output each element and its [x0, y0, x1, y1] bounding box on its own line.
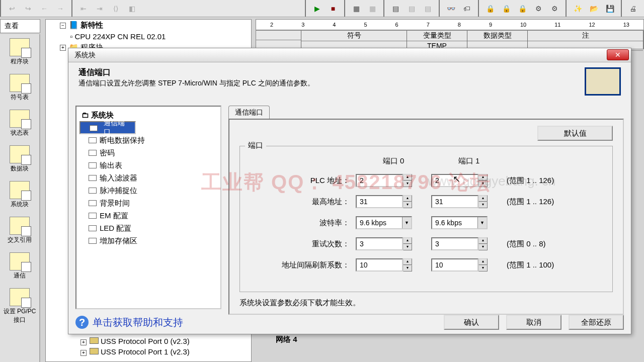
forward-icon[interactable]: ↪ [21, 2, 35, 16]
tree-pulse-catch[interactable]: 脉冲捕捉位 [79, 185, 217, 197]
nav-cross-ref[interactable]: 交叉引用 [0, 213, 39, 248]
dialog-header-icon [585, 67, 621, 96]
end-icon[interactable]: ◧ [125, 2, 139, 16]
port1-header: 端口 1 [431, 156, 507, 166]
baud-port1[interactable]: 9.6 kbps▼ [431, 216, 488, 229]
save-icon[interactable]: 💾 [603, 2, 617, 16]
gear2-icon[interactable]: ⚙ [547, 2, 561, 16]
lock3-icon[interactable]: 🔒 [515, 2, 529, 16]
dialog-titlebar[interactable]: 系统块 ✕ [68, 48, 631, 62]
spin-up-icon[interactable]: ▲ [403, 237, 412, 244]
gap-port0[interactable]: ▲▼ [356, 258, 431, 272]
tree-led-config[interactable]: LED 配置 [79, 222, 217, 235]
system-block-dialog: 系统块 ✕ 通信端口 通信端口设置允许您调整 STEP 7-Micro/WIN … [68, 48, 631, 334]
nav-program-block[interactable]: 程序块 [0, 34, 39, 70]
gap-label: 地址间隔刷新系数： [250, 260, 356, 270]
monitor2-icon[interactable]: ▦ [365, 2, 379, 16]
port0-header: 端口 0 [356, 156, 431, 166]
spin-up-icon[interactable]: ▲ [403, 195, 412, 202]
back-icon[interactable]: ↩ [5, 2, 19, 16]
spin-down-icon[interactable]: ▼ [478, 202, 488, 208]
max-addr-port1[interactable]: ▲▼ [431, 195, 507, 208]
baud-port0[interactable]: 9.6 kbps▼ [356, 216, 412, 229]
open-icon[interactable]: 📂 [587, 2, 601, 16]
nav-data-block[interactable]: 数据块 [0, 141, 39, 177]
port-fieldset: 端口 端口 0 端口 1 PLC 地址： ▲▼ ▲▼ (范围 1 .. 126)… [239, 146, 613, 292]
defaults-button[interactable]: 默认值 [537, 126, 613, 141]
plc-addr-port1[interactable]: ▲▼ [431, 174, 507, 187]
spin-up-icon[interactable]: ▲ [403, 258, 412, 265]
main-toolbar: ↩ ↪ ← → ⇤ ⇥ ⟨⟩ ◧ ▶ ■ ▦ ▦ ▤ ▤ ▤ 👓 🏷 🔒 🔒 🔒… [0, 0, 644, 17]
print-icon[interactable]: 🖨 [626, 2, 640, 16]
help-link[interactable]: ? 单击获取帮助和支持 [75, 316, 183, 329]
spin-up-icon[interactable]: ▲ [478, 237, 488, 244]
prev-icon[interactable]: ← [37, 2, 51, 16]
lock1-icon[interactable]: 🔒 [483, 2, 497, 16]
insert-right-icon[interactable]: ⇥ [93, 2, 107, 16]
max-addr-port0[interactable]: ▲▼ [356, 195, 431, 208]
tree-memory[interactable]: 增加存储区 [79, 235, 217, 247]
chevron-down-icon[interactable]: ▼ [477, 217, 487, 228]
data-block-icon [10, 145, 30, 163]
nav-symbol-table[interactable]: 符号表 [0, 70, 39, 106]
insert-left-icon[interactable]: ⇤ [76, 2, 91, 16]
next-icon[interactable]: → [53, 2, 67, 16]
tree-input-filter[interactable]: 输入滤波器 [79, 172, 217, 185]
cross-ref-icon [10, 217, 30, 235]
retry-port1[interactable]: ▲▼ [431, 237, 507, 250]
chart3-icon[interactable]: ▤ [421, 2, 435, 16]
tree-em-config[interactable]: EM 配置 [79, 210, 217, 222]
tree-output-table[interactable]: 输出表 [79, 159, 217, 172]
close-button[interactable]: ✕ [607, 49, 629, 60]
chart1-icon[interactable]: ▤ [388, 2, 403, 16]
spin-down-icon[interactable]: ▼ [403, 265, 412, 272]
spin-down-icon[interactable]: ▼ [478, 180, 488, 187]
spin-up-icon[interactable]: ▲ [403, 174, 412, 180]
spin-down-icon[interactable]: ▼ [478, 244, 488, 250]
system-block-icon [10, 181, 30, 199]
gear1-icon[interactable]: ⚙ [531, 2, 545, 16]
spin-down-icon[interactable]: ▼ [403, 180, 412, 187]
symbol-table-icon [10, 74, 30, 92]
monitor-icon[interactable]: ▦ [349, 2, 363, 16]
dialog-nav-tree[interactable]: 🗀 系统块 通信端口 断电数据保持 密码 输出表 输入滤波器 脉冲捕捉位 背景时… [75, 106, 221, 309]
tree-retentive[interactable]: 断电数据保持 [79, 134, 217, 147]
spin-down-icon[interactable]: ▼ [403, 202, 412, 208]
lock2-icon[interactable]: 🔒 [499, 2, 513, 16]
tab-comm-port[interactable]: 通信端口 [228, 106, 270, 119]
spin-down-icon[interactable]: ▼ [478, 265, 488, 272]
spin-up-icon[interactable]: ▲ [478, 258, 488, 265]
spin-down-icon[interactable]: ▼ [403, 244, 412, 250]
tag-icon[interactable]: 🏷 [460, 2, 474, 16]
plc-addr-label: PLC 地址： [250, 176, 356, 186]
find-icon[interactable]: 👓 [444, 2, 458, 16]
gap-port1[interactable]: ▲▼ [431, 258, 507, 272]
plc-addr-port0[interactable]: ▲▼ [356, 174, 431, 187]
spin-up-icon[interactable]: ▲ [478, 195, 488, 202]
library-tree[interactable]: +USS Protocol Port 0 (v2.3) +USS Protoco… [80, 336, 190, 357]
spin-up-icon[interactable]: ▲ [478, 174, 488, 180]
dialog-desc: 通信端口设置允许您调整 STEP 7-Micro/WIN 与指定 PLC 之间的… [78, 79, 575, 88]
new-icon[interactable]: ✨ [571, 2, 585, 16]
nav-system-block[interactable]: 系统块 [0, 177, 39, 213]
retry-port0[interactable]: ▲▼ [356, 237, 431, 250]
tree-bg-time[interactable]: 背景时间 [79, 197, 217, 210]
cancel-button[interactable]: 取消 [506, 315, 561, 330]
nav-comm[interactable]: 通信 [0, 248, 39, 284]
nav-pgpc[interactable]: 设置 PG/PC 接口 [0, 284, 39, 328]
nav-status-table[interactable]: 状态表 [0, 106, 39, 141]
restore-all-button[interactable]: 全部还原 [569, 315, 624, 330]
comm-icon [10, 252, 30, 270]
branch-icon[interactable]: ⟨⟩ [109, 2, 123, 16]
stop-icon[interactable]: ■ [326, 2, 340, 16]
plc-addr-range: (范围 1 .. 126) [507, 176, 592, 186]
ok-button[interactable]: 确认 [444, 315, 499, 330]
chart2-icon[interactable]: ▤ [405, 2, 419, 16]
tree-password[interactable]: 密码 [79, 147, 217, 159]
chevron-down-icon[interactable]: ▼ [402, 217, 411, 228]
variable-grid-header: 符号 变量类型TEMP 数据类型 注 [256, 30, 644, 49]
run-icon[interactable]: ▶ [310, 2, 324, 16]
tree-comm-port[interactable]: 通信端口 [79, 121, 136, 134]
program-block-icon [10, 38, 30, 56]
view-dropdown[interactable]: 查看 [0, 19, 40, 33]
